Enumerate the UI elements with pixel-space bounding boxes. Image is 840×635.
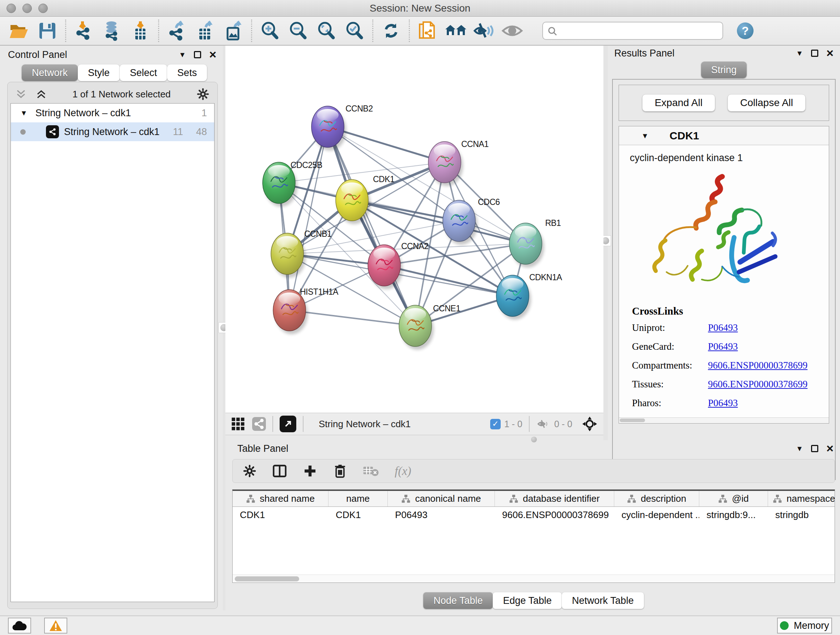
crosslink-link[interactable]: 9606.ENSP00000378699 xyxy=(708,360,807,371)
selected-nodes-checkbox[interactable]: ✓ xyxy=(490,419,501,429)
search-input[interactable] xyxy=(542,22,723,40)
collection-expand-icon[interactable]: ▼ xyxy=(20,109,27,117)
network-node-CDC6[interactable]: CDC6 xyxy=(443,197,500,245)
import-network-from-file-button[interactable] xyxy=(70,19,98,43)
network-row[interactable]: String Network – cdk1 11 48 xyxy=(11,122,214,141)
add-column-icon[interactable] xyxy=(303,464,317,478)
column-header-name[interactable]: name xyxy=(328,491,388,507)
tab-node-table[interactable]: Node Table xyxy=(423,592,493,609)
table-cell[interactable]: stringdb xyxy=(768,509,835,521)
refresh-network-button[interactable] xyxy=(377,19,405,43)
birds-eye-view-button[interactable] xyxy=(498,19,526,43)
table-cell[interactable]: CDK1 xyxy=(233,509,328,521)
table-cell[interactable]: 9606.ENSP00000378699 xyxy=(495,509,614,521)
table-panel-float-button[interactable]: ▼ xyxy=(796,445,803,452)
zoom-fit-button[interactable] xyxy=(312,19,340,43)
crosslink-link[interactable]: P06493 xyxy=(708,341,738,352)
control-panel-maximize-button[interactable] xyxy=(194,51,201,58)
tab-select[interactable]: Select xyxy=(120,65,167,81)
zoom-selected-button[interactable] xyxy=(340,19,369,43)
column-header-description[interactable]: description xyxy=(614,491,699,507)
network-node-CDK1[interactable]: CDK1 xyxy=(336,174,394,224)
node-result-header[interactable]: ▼ CDK1 xyxy=(619,126,829,145)
gear-icon[interactable] xyxy=(196,88,210,101)
expand-all-icon[interactable] xyxy=(36,89,47,100)
result-card-scrollbar[interactable] xyxy=(619,417,829,423)
results-panel-maximize-button[interactable] xyxy=(811,50,818,57)
network-node-CCNE1[interactable]: CCNE1 xyxy=(399,304,460,350)
table-gear-icon[interactable] xyxy=(243,464,256,478)
tab-string-results[interactable]: String xyxy=(701,62,747,78)
import-table-from-file-button[interactable] xyxy=(126,19,155,43)
fit-selected-crosshair-icon[interactable] xyxy=(582,416,598,432)
results-panel-close-button[interactable]: × xyxy=(826,49,834,57)
main-toolbar: ? xyxy=(0,17,840,46)
hidden-eye-icon[interactable] xyxy=(536,418,551,430)
cloud-icon xyxy=(12,620,27,631)
column-header-namespace[interactable]: namespace xyxy=(768,491,835,507)
tab-network[interactable]: Network xyxy=(22,65,78,81)
export-network-button[interactable] xyxy=(163,19,191,43)
string-network-graph[interactable]: CCNB2 CCNA1 CDC25B CDK1 xyxy=(225,46,603,413)
function-builder-icon-disabled[interactable]: f(x) xyxy=(395,464,411,478)
table-row[interactable]: CDK1CDK1P064939606.ENSP00000378699cyclin… xyxy=(233,507,835,523)
grid-view-icon[interactable] xyxy=(231,417,245,431)
tab-style[interactable]: Style xyxy=(78,65,120,81)
table-cell[interactable]: stringdb:9... xyxy=(699,509,768,521)
zoom-out-button[interactable] xyxy=(284,19,312,43)
network-node-CCNA1[interactable]: CCNA1 xyxy=(428,139,488,186)
tab-edge-table[interactable]: Edge Table xyxy=(493,592,562,609)
save-session-button[interactable] xyxy=(33,19,62,43)
export-table-button[interactable] xyxy=(191,19,219,43)
results-panel-float-button[interactable]: ▼ xyxy=(796,50,803,57)
crosslink-link[interactable]: P06493 xyxy=(708,397,738,409)
table-horizontal-scrollbar[interactable] xyxy=(233,575,835,583)
network-node-CCNA2[interactable]: CCNA2 xyxy=(368,241,428,289)
network-share-icon-disabled[interactable] xyxy=(252,417,266,431)
zoom-in-button[interactable] xyxy=(256,19,284,43)
clear-table-icon-disabled[interactable] xyxy=(363,465,379,477)
table-panel-close-button[interactable]: × xyxy=(826,444,834,453)
open-session-button[interactable] xyxy=(5,19,33,43)
open-view-in-window-button[interactable] xyxy=(279,416,296,432)
tab-network-table[interactable]: Network Table xyxy=(562,592,644,609)
crosslink-link[interactable]: P06493 xyxy=(708,322,738,333)
control-panel-close-button[interactable]: × xyxy=(209,50,216,59)
column-header-canonical-name[interactable]: canonical name xyxy=(388,491,495,507)
network-node-HIST1H1A[interactable]: HIST1H1A xyxy=(273,287,339,334)
column-header-shared-name[interactable]: shared name xyxy=(233,491,328,507)
first-neighbors-button[interactable] xyxy=(442,19,470,43)
node-result-collapse-icon[interactable]: ▼ xyxy=(641,132,649,139)
export-image-button[interactable] xyxy=(219,19,248,43)
network-edge[interactable] xyxy=(328,127,415,326)
control-panel-float-button[interactable]: ▼ xyxy=(179,51,186,58)
table-cell[interactable]: CDK1 xyxy=(328,509,388,521)
column-header--id[interactable]: @id xyxy=(699,491,768,507)
delete-column-icon[interactable] xyxy=(333,464,347,478)
collapse-all-icon[interactable] xyxy=(16,89,27,100)
network-edge[interactable] xyxy=(289,310,415,326)
table-cell[interactable]: P06493 xyxy=(388,509,495,521)
network-node-CDC25B[interactable]: CDC25B xyxy=(263,160,322,207)
warnings-button[interactable] xyxy=(44,618,67,633)
table-cell[interactable]: cyclin-dependent ... xyxy=(614,509,699,521)
crosslink-link[interactable]: 9606.ENSP00000378699 xyxy=(708,379,807,390)
collapse-all-button[interactable]: Collapse All xyxy=(728,94,806,111)
show-columns-icon[interactable] xyxy=(272,464,287,478)
network-node-CCNB2[interactable]: CCNB2 xyxy=(311,104,373,150)
network-node-CDKN1A[interactable]: CDKN1A xyxy=(496,272,562,320)
column-header-database-identifier[interactable]: database identifier xyxy=(495,491,614,507)
network-view-canvas[interactable]: CCNB2 CCNA1 CDC25B CDK1 xyxy=(225,46,603,413)
network-node-RB1[interactable]: RB1 xyxy=(509,218,561,268)
cloud-status-button[interactable] xyxy=(8,618,31,633)
memory-button[interactable]: Memory xyxy=(777,618,832,633)
show-hide-details-button[interactable] xyxy=(470,19,498,43)
table-panel-maximize-button[interactable] xyxy=(811,445,818,452)
network-collection-row[interactable]: ▼ String Network – cdk1 1 xyxy=(11,103,214,122)
network-from-selection-button[interactable] xyxy=(414,19,442,43)
tab-sets[interactable]: Sets xyxy=(167,65,207,81)
expand-all-button[interactable]: Expand All xyxy=(642,94,715,111)
help-button[interactable]: ? xyxy=(737,22,753,39)
import-network-from-database-button[interactable] xyxy=(98,19,126,43)
network-edge[interactable] xyxy=(289,127,328,310)
